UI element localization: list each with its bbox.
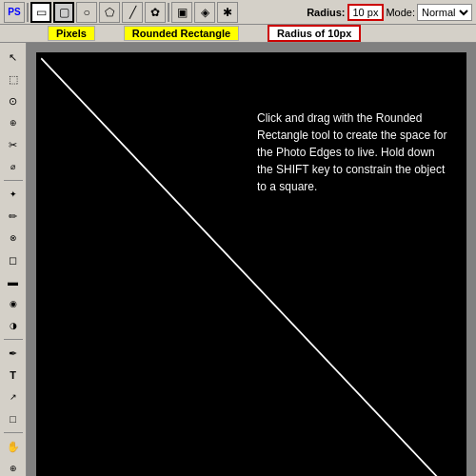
- canvas-area: Click and drag with the Rounded Rectangl…: [27, 43, 476, 476]
- tool-option2[interactable]: ◈: [194, 2, 215, 23]
- callout-row: Pixels Rounded Rectangle Radius of 10px: [0, 25, 476, 43]
- radius-callout: Radius of 10px: [268, 25, 361, 42]
- left-toolbar: ↖ ⬚ ⊙ ⊕ ✂ ⌀ ✦ ✏ ⊗ ◻ ▬ ◉ ◑ ✒ T ↗ □ ✋ ⊕: [0, 43, 27, 476]
- tool-heal[interactable]: ✦: [3, 184, 24, 205]
- tool-custom-shape-icon[interactable]: ✿: [145, 2, 166, 23]
- rounded-callout: Rounded Rectangle: [124, 26, 239, 41]
- canvas[interactable]: Click and drag with the Rounded Rectangl…: [36, 52, 466, 476]
- sep1: [4, 180, 23, 181]
- app-container: PS ▭ ▢ ○ ⬠ ╱ ✿ ▣ ◈ ✱ Radius: 10 px Mode:…: [0, 0, 476, 476]
- top-toolbar: PS ▭ ▢ ○ ⬠ ╱ ✿ ▣ ◈ ✱ Radius: 10 px Mode:…: [0, 0, 476, 25]
- tool-lasso[interactable]: ⊙: [3, 90, 24, 111]
- tool-blur[interactable]: ◉: [3, 293, 24, 314]
- ps-icon-btn[interactable]: PS: [4, 2, 25, 23]
- tool-option3[interactable]: ✱: [217, 2, 238, 23]
- tool-text[interactable]: T: [3, 365, 24, 386]
- tool-eyedropper[interactable]: ⌀: [3, 156, 24, 177]
- tool-line-icon[interactable]: ╱: [122, 2, 143, 23]
- tool-shape-rect[interactable]: □: [3, 408, 24, 429]
- tool-ellipse-icon[interactable]: ○: [76, 2, 97, 23]
- tool-poly-icon[interactable]: ⬠: [99, 2, 120, 23]
- tool-quick-select[interactable]: ⊕: [3, 112, 24, 133]
- tool-select-rect[interactable]: ⬚: [3, 69, 24, 89]
- tool-eraser[interactable]: ◻: [3, 249, 24, 270]
- pixels-callout: Pixels: [48, 26, 95, 41]
- mode-label: Mode:: [386, 7, 415, 18]
- tool-path-select[interactable]: ↗: [3, 387, 24, 407]
- tool-rounded-rect-icon[interactable]: ▢: [53, 2, 74, 23]
- tool-rect-icon[interactable]: ▭: [30, 2, 51, 23]
- radius-label: Radius:: [307, 7, 345, 18]
- tool-crop[interactable]: ✂: [3, 134, 24, 155]
- sep2: [4, 339, 23, 340]
- tool-clone[interactable]: ⊗: [3, 228, 24, 248]
- tool-gradient[interactable]: ▬: [3, 271, 24, 292]
- canvas-instruction: Click and drag with the Rounded Rectangl…: [257, 109, 447, 195]
- tool-option1[interactable]: ▣: [171, 2, 192, 23]
- tool-move[interactable]: ↖: [3, 47, 24, 68]
- radius-input-group[interactable]: 10 px: [347, 4, 385, 21]
- tool-zoom[interactable]: ⊕: [3, 458, 24, 476]
- main-area: ↖ ⬚ ⊙ ⊕ ✂ ⌀ ✦ ✏ ⊗ ◻ ▬ ◉ ◑ ✒ T ↗ □ ✋ ⊕: [0, 43, 476, 476]
- tool-pen[interactable]: ✒: [3, 343, 24, 364]
- tool-hand[interactable]: ✋: [3, 436, 24, 457]
- tool-dodge[interactable]: ◑: [3, 315, 24, 336]
- tool-brush[interactable]: ✏: [3, 206, 24, 227]
- mode-select[interactable]: Normal: [417, 4, 472, 21]
- sep3: [4, 432, 23, 433]
- radius-value: 10 px: [353, 7, 379, 18]
